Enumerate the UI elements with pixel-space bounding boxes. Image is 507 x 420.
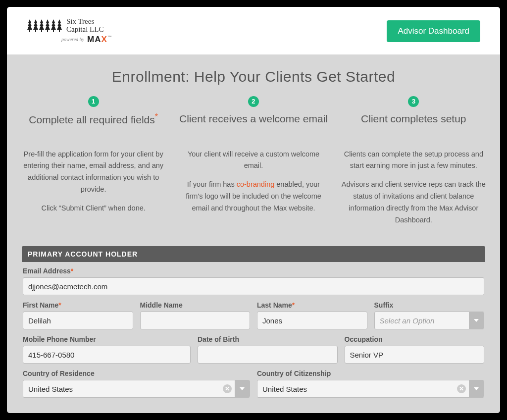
step-badge: 2 (248, 96, 259, 107)
residence-select[interactable]: United States ✕ (23, 380, 250, 398)
step-title: Client receives a welcome email (178, 112, 329, 140)
logo-text-1: Six Trees (66, 18, 103, 26)
step-text: Your client will receive a custom welcom… (178, 149, 329, 172)
logo: Six Trees Capital LLC powered by MAX™ (27, 18, 112, 45)
step-text: Pre-fill the application form for your c… (18, 149, 169, 196)
step-3: 3 Client completes setup Clients can com… (338, 96, 489, 234)
last-name-input[interactable] (257, 312, 367, 329)
dob-label: Date of Birth (198, 335, 338, 343)
steps-row: 1 Complete all required fields* Pre-fill… (18, 96, 489, 234)
max-brand: MAX™ (87, 35, 112, 45)
svg-rect-2 (41, 30, 42, 32)
chevron-down-icon (235, 380, 250, 397)
logo-text-2: Capital LLC (66, 26, 103, 34)
email-label: Email Address* (23, 267, 484, 275)
chevron-down-icon (469, 312, 484, 329)
clear-icon[interactable]: ✕ (223, 384, 232, 393)
svg-rect-3 (47, 30, 48, 32)
svg-rect-1 (35, 30, 36, 32)
step-badge: 1 (88, 96, 99, 107)
clear-icon[interactable]: ✕ (457, 384, 466, 393)
step-badge: 3 (408, 96, 419, 107)
occupation-input[interactable] (345, 346, 485, 364)
step-title: Client completes setup (338, 112, 489, 140)
section-header: PRIMARY ACCOUNT HOLDER (22, 246, 485, 262)
citizenship-label: Country of Citizenship (257, 369, 484, 377)
page-title: Enrollment: Help Your Clients Get Starte… (18, 68, 489, 85)
form-section: PRIMARY ACCOUNT HOLDER Email Address* Fi… (22, 246, 485, 398)
middle-name-input[interactable] (140, 312, 251, 329)
step-2: 2 Client receives a welcome email Your c… (178, 96, 329, 234)
advisor-dashboard-button[interactable]: Advisor Dashboard (387, 20, 480, 42)
suffix-label: Suffix (374, 301, 485, 309)
step-text: If your firm has co-branding enabled, yo… (178, 179, 329, 214)
svg-rect-4 (53, 30, 54, 32)
co-branding-link[interactable]: co-branding (237, 180, 275, 188)
header: Six Trees Capital LLC powered by MAX™ Ad… (7, 7, 500, 54)
svg-rect-5 (59, 30, 60, 32)
middle-name-label: Middle Name (140, 301, 251, 309)
step-title: Complete all required fields* (18, 112, 169, 140)
citizenship-select[interactable]: United States ✕ (257, 380, 484, 398)
chevron-down-icon (469, 380, 484, 397)
residence-label: Country of Residence (23, 369, 250, 377)
last-name-label: Last Name* (257, 301, 367, 309)
step-text: Clients can complete the setup process a… (338, 149, 489, 172)
occupation-label: Occupation (345, 335, 485, 343)
dob-input[interactable] (198, 346, 338, 364)
mobile-label: Mobile Phone Number (23, 335, 191, 343)
email-input[interactable] (23, 277, 484, 295)
step-1: 1 Complete all required fields* Pre-fill… (18, 96, 169, 234)
mobile-input[interactable] (23, 346, 191, 364)
suffix-select[interactable]: Select an Option (374, 312, 485, 329)
svg-rect-0 (29, 30, 30, 32)
first-name-input[interactable] (23, 312, 133, 329)
powered-by: powered by (61, 37, 84, 42)
trees-icon (27, 18, 62, 33)
step-text: Advisors and client service reps can tra… (338, 179, 489, 226)
first-name-label: First Name* (23, 301, 133, 309)
step-text: Click “Submit Client” when done. (18, 203, 169, 214)
